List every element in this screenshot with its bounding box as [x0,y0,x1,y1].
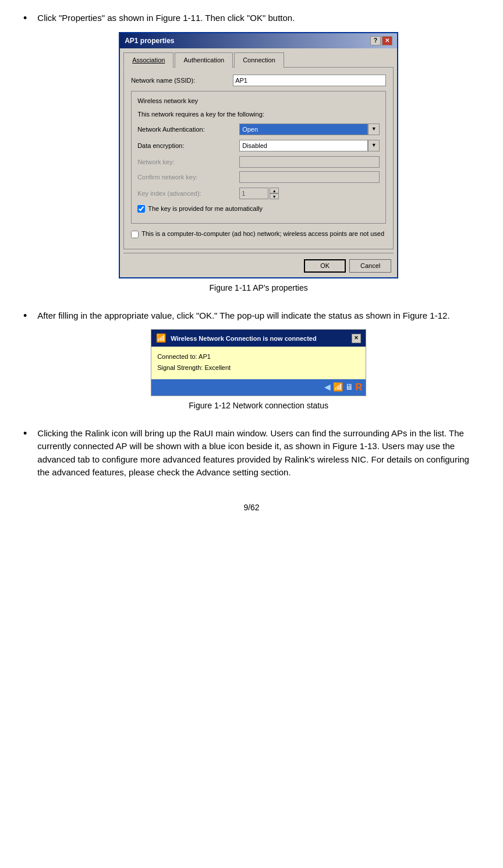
popup-header: 📶 Wireless Network Connection is now con… [151,330,366,347]
dialog-titlebar: AP1 properties ? ✕ [120,33,397,48]
data-enc-row: Data encryption: Disabled ▼ [137,140,380,151]
ad-hoc-checkbox[interactable] [131,231,139,238]
ralink-icon: R [356,380,363,394]
popup-footer: ◀ 📶 🖥 R [151,379,366,396]
data-enc-select[interactable]: Disabled ▼ [239,140,380,151]
figure-1-12-container: 📶 Wireless Network Connection is now con… [37,329,480,411]
key-index-spinner: ▲ ▼ [270,188,279,199]
network-name-input[interactable] [233,75,386,86]
key-index-input[interactable] [239,188,268,199]
figure-1-11-caption: Figure 1-11 AP's properties [210,282,308,294]
dialog-body: Network name (SSID): Wireless network ke… [123,67,394,249]
bullet-2-text: After filling in the appropriate value, … [37,310,449,320]
wireless-key-desc: This network requires a key for the foll… [137,110,380,119]
key-index-label: Key index (advanced): [137,189,239,199]
ad-hoc-row: This is a computer-to-computer (ad hoc) … [131,230,386,238]
back-icon: ◀ [324,381,331,393]
network-auth-row: Network Authentication: Open ▼ [137,124,380,135]
bullet-symbol-3: • [23,428,27,440]
popup-title: Wireless Network Connection is now conne… [171,334,317,344]
bullet-text-3: Clicking the Ralink icon will bring up t… [37,427,480,479]
network-auth-select[interactable]: Open ▼ [239,124,380,135]
spinner-up[interactable]: ▲ [270,188,279,193]
popup-body: Connected to: AP1 Signal Strength: Excel… [151,347,366,379]
auto-key-checkbox[interactable] [137,205,145,213]
cancel-button[interactable]: Cancel [349,259,391,273]
bullet-2: • After filling in the appropriate value… [23,309,480,417]
footer-separator [123,253,394,253]
confirm-key-row: Confirm network key: [137,171,380,183]
confirm-key-label: Confirm network key: [137,172,239,182]
data-enc-label: Data encryption: [137,141,239,151]
wireless-icon: 📶 [156,332,166,344]
network-auth-label: Network Authentication: [137,125,239,135]
network-key-row: Network key: [137,156,380,168]
network-name-label: Network name (SSID): [131,76,233,86]
tab-connection[interactable]: Connection [234,52,284,68]
dialog-footer: OK Cancel [120,257,397,277]
ad-hoc-label: This is a computer-to-computer (ad hoc) … [141,230,384,238]
key-index-row: Key index (advanced): ▲ ▼ [137,188,380,199]
tab-association[interactable]: Association [123,52,173,68]
page-number: 9/62 [23,503,480,512]
bullet-text-1: Click "Properties" as shown in Figure 1-… [37,12,480,299]
confirm-key-input[interactable] [239,171,380,183]
wireless-key-box: Wireless network key This network requir… [131,91,386,224]
network-name-row: Network name (SSID): [131,75,386,86]
ok-button[interactable]: OK [304,259,346,273]
close-button[interactable]: ✕ [382,36,392,45]
figure-1-11-container: AP1 properties ? ✕ Association Authentic… [37,32,480,294]
bullet-symbol-2: • [23,310,27,322]
monitor-icon: 🖥 [345,381,353,393]
figure-1-12-caption: Figure 1-12 Network connection status [189,400,328,412]
data-enc-arrow[interactable]: ▼ [368,140,380,151]
wireless-key-legend: Wireless network key [137,96,380,106]
network-auth-arrow[interactable]: ▼ [368,124,380,135]
network-auth-value: Open [239,124,368,135]
data-enc-value: Disabled [239,140,368,151]
bullet-3: • Clicking the Ralink icon will bring up… [23,427,480,479]
bullet-1-text: Click "Properties" as shown in Figure 1-… [37,13,295,23]
signal-strength-text: Signal Strength: Excellent [157,362,360,373]
network-key-label: Network key: [137,157,239,167]
auto-key-label: The key is provided for me automatically [148,204,263,214]
dialog-title: AP1 properties [125,36,174,46]
titlebar-buttons: ? ✕ [370,36,392,45]
auto-key-row: The key is provided for me automatically [137,204,380,214]
network-connection-popup: 📶 Wireless Network Connection is now con… [151,329,366,396]
popup-close-button[interactable]: ✕ [352,334,361,343]
tab-authentication[interactable]: Authentication [175,52,233,68]
titlebar-left: AP1 properties [125,36,174,46]
bullet-text-2-container: After filling in the appropriate value, … [37,309,480,417]
spinner-down[interactable]: ▼ [270,193,279,199]
wireless-signal-icon: 📶 [333,381,343,393]
bullet-symbol-1: • [23,12,27,24]
help-button[interactable]: ? [370,36,381,45]
bullet-1: • Click "Properties" as shown in Figure … [23,12,480,299]
dialog-tabs: Association Authentication Connection [123,52,394,68]
connected-to-text: Connected to: AP1 [157,351,360,362]
network-key-input[interactable] [239,156,380,168]
ap1-properties-dialog: AP1 properties ? ✕ Association Authentic… [119,32,398,278]
